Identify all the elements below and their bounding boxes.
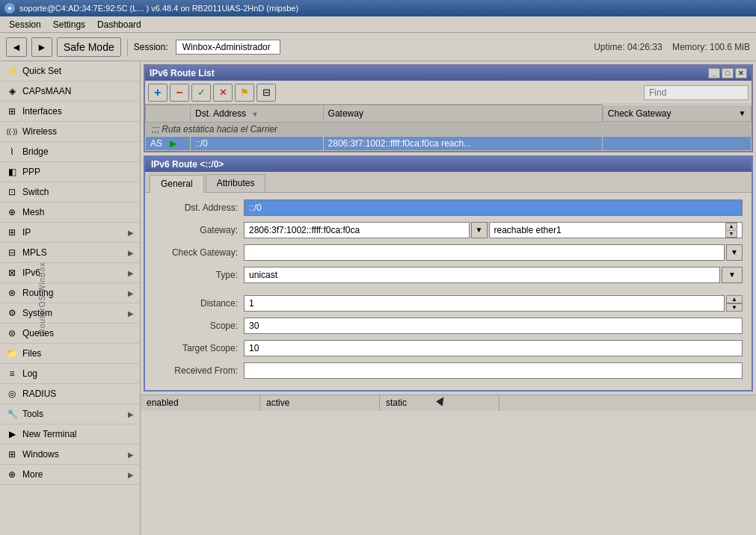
check-gateway-label: Check Gateway: — [154, 247, 244, 258]
target-scope-input[interactable] — [244, 340, 743, 356]
type-input[interactable] — [244, 267, 720, 283]
find-input[interactable] — [644, 85, 749, 100]
col-gateway[interactable]: Gateway — [323, 105, 602, 123]
minimize-button[interactable]: _ — [708, 68, 720, 78]
sidebar-label-system: System — [22, 308, 52, 318]
safe-mode-button[interactable]: Safe Mode — [57, 37, 121, 57]
sidebar-item-queues[interactable]: ⊜ Queues — [0, 324, 140, 344]
check-gateway-dropdown-button[interactable]: ▼ — [726, 244, 743, 261]
mpls-icon: ⊟ — [6, 247, 18, 259]
sidebar-label-ppp: PPP — [22, 167, 40, 177]
sidebar-label-interfaces: Interfaces — [22, 106, 62, 117]
col-dst-address[interactable]: Dst. Address ▼ — [191, 105, 324, 123]
menu-bar: Session Settings Dashboard — [0, 16, 756, 33]
form-row-distance: Distance: ▲ ▼ — [154, 294, 743, 312]
memory-label: Memory: — [672, 42, 707, 52]
content-area: IPv6 Route List _ □ ✕ + − ✓ ✕ ⚑ ⊟ — [141, 61, 756, 535]
row-dst-address: ::/0 — [191, 136, 324, 150]
cursor-indicator — [436, 397, 446, 409]
dialog-title: IPv6 Route <::/0> — [151, 159, 224, 170]
windows-arrow: ▶ — [128, 451, 134, 459]
sidebar-item-wireless[interactable]: ((·)) Wireless — [0, 122, 140, 142]
uptime-info: Uptime: 04:26:33 Memory: 100.6 MiB — [594, 42, 750, 52]
route-list-window: IPv6 Route List _ □ ✕ + − ✓ ✕ ⚑ ⊟ — [144, 64, 753, 152]
route-group-row: ;;; Ruta estática hacia el Carrier — [146, 122, 752, 136]
check-gateway-dropdown[interactable]: ▼ — [739, 109, 746, 117]
quick-set-icon: ⚡ — [6, 65, 18, 77]
dialog-body: Dst. Address: Gateway: ▼ reachable ether… — [145, 193, 752, 390]
sidebar-label-switch: Switch — [22, 187, 49, 197]
add-route-button[interactable]: + — [148, 84, 168, 102]
sidebar-item-capsman[interactable]: ◈ CAPsMAAN — [0, 81, 140, 102]
menu-session[interactable]: Session — [3, 18, 47, 31]
route-list-titlebar: IPv6 Route List _ □ ✕ — [145, 66, 752, 81]
forward-button[interactable]: ► — [31, 37, 52, 57]
form-row-dst-address: Dst. Address: — [154, 199, 743, 217]
menu-settings[interactable]: Settings — [47, 18, 91, 31]
dst-address-input[interactable] — [244, 200, 743, 216]
sidebar-item-switch[interactable]: ⊡ Switch — [0, 182, 140, 202]
menu-dashboard[interactable]: Dashboard — [91, 18, 147, 31]
sidebar-item-log[interactable]: ≡ Log — [0, 364, 140, 384]
received-from-input[interactable] — [244, 362, 743, 379]
gateway-input[interactable] — [244, 222, 470, 238]
scope-input[interactable] — [244, 318, 743, 334]
back-button[interactable]: ◄ — [6, 37, 27, 57]
row-gateway: 2806:3f7:1002::ffff:f0ca:f0ca reach... — [323, 136, 602, 150]
sidebar-label-ip: IP — [22, 227, 31, 238]
enable-route-button[interactable]: ✓ — [191, 84, 211, 102]
gateway-dropdown-button[interactable]: ▼ — [471, 222, 488, 238]
bridge-icon: ⌇ — [6, 146, 18, 158]
flag-route-button[interactable]: ⚑ — [235, 84, 254, 102]
uptime-label: Uptime: — [594, 42, 624, 52]
sidebar-item-ip[interactable]: ⊞ IP ▶ — [0, 223, 140, 243]
sidebar-item-quick-set[interactable]: ⚡ Quick Set — [0, 61, 140, 81]
tab-attributes[interactable]: Attributes — [206, 174, 266, 192]
remove-route-button[interactable]: − — [170, 84, 189, 102]
log-icon: ≡ — [6, 368, 18, 380]
distance-down[interactable]: ▼ — [726, 303, 743, 312]
type-dropdown-button[interactable]: ▼ — [722, 267, 743, 283]
sidebar-item-mpls[interactable]: ⊟ MPLS ▶ — [0, 243, 140, 263]
sidebar-item-more[interactable]: ⊕ More ▶ — [0, 465, 140, 485]
more-arrow: ▶ — [128, 471, 134, 479]
sidebar-label-wireless: Wireless — [22, 126, 57, 137]
sidebar-item-files[interactable]: 📁 Files — [0, 344, 140, 364]
sidebar-label-capsman: CAPsMAAN — [22, 86, 71, 96]
system-arrow: ▶ — [128, 309, 134, 318]
sidebar-item-windows[interactable]: ⊞ Windows ▶ — [0, 445, 140, 465]
maximize-button[interactable]: □ — [722, 68, 734, 78]
sidebar-item-ipv6[interactable]: ⊠ IPv6 ▶ — [0, 263, 140, 283]
table-row[interactable]: AS ▶ ::/0 2806:3f7:1002::ffff:f0ca:f0ca … — [146, 136, 752, 150]
routing-icon: ⊛ — [6, 287, 18, 299]
col-check-gateway[interactable]: Check Gateway ▼ — [603, 105, 752, 122]
check-gateway-input[interactable] — [244, 244, 725, 261]
received-from-label: Received From: — [154, 365, 244, 376]
distance-up[interactable]: ▲ — [726, 295, 743, 303]
gateway-spinner[interactable]: ▲ ▼ — [725, 223, 737, 238]
check-gateway-group: ▼ — [244, 244, 743, 261]
queues-icon: ⊜ — [6, 327, 18, 339]
sidebar-item-new-terminal[interactable]: ▶ New Terminal — [0, 424, 140, 445]
route-list-title: IPv6 Route List — [150, 68, 215, 78]
sidebar-item-mesh[interactable]: ⊕ Mesh — [0, 202, 140, 223]
sidebar-item-tools[interactable]: 🔧 Tools ▶ — [0, 404, 140, 424]
distance-input[interactable] — [244, 295, 725, 312]
target-scope-label: Target Scope: — [154, 343, 244, 353]
play-icon: ▶ — [170, 138, 176, 149]
tab-general[interactable]: General — [150, 175, 204, 193]
sidebar-item-system[interactable]: ⚙ System ▶ — [0, 303, 140, 324]
switch-icon: ⊡ — [6, 186, 18, 198]
sidebar-item-ppp[interactable]: ◧ PPP — [0, 162, 140, 182]
filter-button[interactable]: ⊟ — [256, 84, 276, 102]
route-table-container: Dst. Address ▼ Gateway Check Gateway ▼ — [145, 105, 752, 151]
sidebar-item-interfaces[interactable]: ⊞ Interfaces — [0, 102, 140, 122]
close-button[interactable]: ✕ — [735, 68, 747, 78]
route-dialog: IPv6 Route <::/0> General Attributes Dst… — [144, 155, 753, 392]
status-cell-1: enabled — [141, 395, 260, 411]
disable-route-button[interactable]: ✕ — [213, 84, 233, 102]
sidebar-item-radius[interactable]: ◎ RADIUS — [0, 384, 140, 404]
sidebar-item-bridge[interactable]: ⌇ Bridge — [0, 142, 140, 162]
sidebar-item-routing[interactable]: ⊛ Routing ▶ — [0, 283, 140, 303]
col-flags[interactable] — [146, 105, 191, 123]
